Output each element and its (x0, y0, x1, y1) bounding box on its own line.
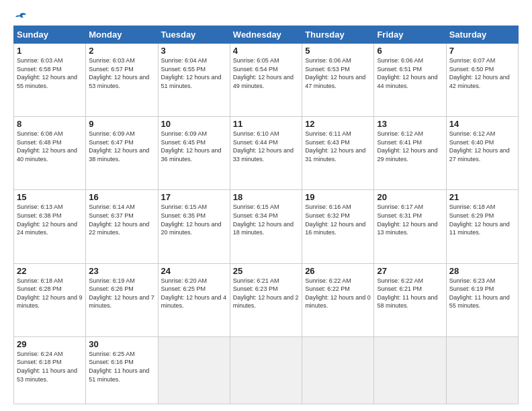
day-number: 13 (377, 119, 443, 129)
day-number: 18 (233, 192, 299, 202)
day-number: 26 (305, 266, 371, 276)
day-number: 15 (17, 192, 83, 202)
table-row: 21 Sunrise: 6:18 AMSunset: 6:29 PMDaylig… (446, 190, 518, 263)
col-friday: Friday (374, 26, 446, 44)
table-row: 27 Sunrise: 6:22 AMSunset: 6:21 PMDaylig… (374, 263, 446, 336)
col-tuesday: Tuesday (158, 26, 230, 44)
day-info: Sunrise: 6:15 AMSunset: 6:34 PMDaylight:… (233, 203, 294, 236)
day-info: Sunrise: 6:14 AMSunset: 6:37 PMDaylight:… (89, 203, 149, 236)
table-row: 12 Sunrise: 6:11 AMSunset: 6:43 PMDaylig… (302, 117, 374, 190)
day-info: Sunrise: 6:16 AMSunset: 6:32 PMDaylight:… (305, 203, 365, 236)
day-number: 5 (305, 46, 371, 56)
day-number: 28 (449, 266, 515, 276)
table-row: 11 Sunrise: 6:10 AMSunset: 6:44 PMDaylig… (230, 117, 302, 190)
table-row: 28 Sunrise: 6:23 AMSunset: 6:19 PMDaylig… (446, 263, 518, 336)
day-info: Sunrise: 6:23 AMSunset: 6:19 PMDaylight:… (449, 277, 510, 310)
col-thursday: Thursday (302, 26, 374, 44)
day-info: Sunrise: 6:07 AMSunset: 6:50 PMDaylight:… (449, 57, 510, 89)
day-number: 1 (17, 46, 83, 56)
table-row: 17 Sunrise: 6:15 AMSunset: 6:35 PMDaylig… (158, 190, 230, 263)
col-saturday: Saturday (446, 26, 518, 44)
day-info: Sunrise: 6:24 AMSunset: 6:18 PMDaylight:… (17, 351, 77, 383)
day-info: Sunrise: 6:18 AMSunset: 6:28 PMDaylight:… (17, 277, 83, 310)
day-info: Sunrise: 6:25 AMSunset: 6:16 PMDaylight:… (89, 351, 149, 383)
day-info: Sunrise: 6:15 AMSunset: 6:35 PMDaylight:… (161, 203, 222, 236)
day-info: Sunrise: 6:08 AMSunset: 6:48 PMDaylight:… (17, 130, 77, 163)
table-row: 4 Sunrise: 6:05 AMSunset: 6:54 PMDayligh… (230, 44, 302, 117)
logo (13, 12, 28, 21)
table-row: 7 Sunrise: 6:07 AMSunset: 6:50 PMDayligh… (446, 44, 518, 117)
table-row: 16 Sunrise: 6:14 AMSunset: 6:37 PMDaylig… (86, 190, 158, 263)
day-info: Sunrise: 6:12 AMSunset: 6:40 PMDaylight:… (449, 130, 510, 163)
day-number: 16 (89, 192, 154, 202)
day-info: Sunrise: 6:13 AMSunset: 6:38 PMDaylight:… (17, 203, 77, 236)
table-row: 23 Sunrise: 6:19 AMSunset: 6:26 PMDaylig… (86, 263, 158, 336)
day-number: 12 (305, 119, 371, 129)
table-row: 6 Sunrise: 6:06 AMSunset: 6:51 PMDayligh… (374, 44, 446, 117)
calendar-table: Sunday Monday Tuesday Wednesday Thursday… (13, 26, 519, 404)
col-wednesday: Wednesday (230, 26, 302, 44)
table-row (230, 336, 302, 404)
day-info: Sunrise: 6:22 AMSunset: 6:22 PMDaylight:… (305, 277, 371, 310)
day-info: Sunrise: 6:11 AMSunset: 6:43 PMDaylight:… (305, 130, 365, 163)
table-row: 22 Sunrise: 6:18 AMSunset: 6:28 PMDaylig… (14, 263, 86, 336)
table-row: 24 Sunrise: 6:20 AMSunset: 6:25 PMDaylig… (158, 263, 230, 336)
day-number: 22 (17, 266, 83, 276)
day-info: Sunrise: 6:17 AMSunset: 6:31 PMDaylight:… (377, 203, 437, 236)
logo-bird-icon (14, 12, 28, 23)
day-number: 6 (377, 46, 443, 56)
day-number: 20 (377, 192, 443, 202)
table-row: 18 Sunrise: 6:15 AMSunset: 6:34 PMDaylig… (230, 190, 302, 263)
day-info: Sunrise: 6:06 AMSunset: 6:53 PMDaylight:… (305, 57, 365, 89)
table-row (158, 336, 230, 404)
day-number: 4 (233, 46, 299, 56)
day-number: 10 (161, 119, 227, 129)
col-sunday: Sunday (14, 26, 86, 44)
day-number: 27 (377, 266, 443, 276)
day-number: 30 (89, 339, 154, 349)
day-info: Sunrise: 6:19 AMSunset: 6:26 PMDaylight:… (89, 277, 154, 310)
day-info: Sunrise: 6:03 AMSunset: 6:58 PMDaylight:… (17, 57, 77, 89)
day-info: Sunrise: 6:18 AMSunset: 6:29 PMDaylight:… (449, 203, 510, 236)
day-number: 7 (449, 46, 515, 56)
day-number: 14 (449, 119, 515, 129)
day-number: 19 (305, 192, 371, 202)
calendar-page: Sunday Monday Tuesday Wednesday Thursday… (0, 0, 532, 411)
day-info: Sunrise: 6:10 AMSunset: 6:44 PMDaylight:… (233, 130, 294, 163)
day-number: 3 (161, 46, 227, 56)
table-row: 10 Sunrise: 6:09 AMSunset: 6:45 PMDaylig… (158, 117, 230, 190)
day-info: Sunrise: 6:22 AMSunset: 6:21 PMDaylight:… (377, 277, 437, 310)
table-row: 5 Sunrise: 6:06 AMSunset: 6:53 PMDayligh… (302, 44, 374, 117)
day-info: Sunrise: 6:05 AMSunset: 6:54 PMDaylight:… (233, 57, 294, 89)
table-row: 20 Sunrise: 6:17 AMSunset: 6:31 PMDaylig… (374, 190, 446, 263)
table-row: 25 Sunrise: 6:21 AMSunset: 6:23 PMDaylig… (230, 263, 302, 336)
col-monday: Monday (86, 26, 158, 44)
day-number: 9 (89, 119, 154, 129)
day-number: 21 (449, 192, 515, 202)
calendar-week-row: 8 Sunrise: 6:08 AMSunset: 6:48 PMDayligh… (14, 117, 519, 190)
day-info: Sunrise: 6:06 AMSunset: 6:51 PMDaylight:… (377, 57, 437, 89)
day-info: Sunrise: 6:20 AMSunset: 6:25 PMDaylight:… (161, 277, 227, 310)
calendar-week-row: 29 Sunrise: 6:24 AMSunset: 6:18 PMDaylig… (14, 336, 519, 404)
day-number: 24 (161, 266, 227, 276)
day-info: Sunrise: 6:04 AMSunset: 6:55 PMDaylight:… (161, 57, 222, 89)
day-info: Sunrise: 6:09 AMSunset: 6:45 PMDaylight:… (161, 130, 222, 163)
table-row: 30 Sunrise: 6:25 AMSunset: 6:16 PMDaylig… (86, 336, 158, 404)
day-info: Sunrise: 6:12 AMSunset: 6:41 PMDaylight:… (377, 130, 437, 163)
day-info: Sunrise: 6:21 AMSunset: 6:23 PMDaylight:… (233, 277, 299, 310)
table-row: 26 Sunrise: 6:22 AMSunset: 6:22 PMDaylig… (302, 263, 374, 336)
table-row: 19 Sunrise: 6:16 AMSunset: 6:32 PMDaylig… (302, 190, 374, 263)
table-row: 14 Sunrise: 6:12 AMSunset: 6:40 PMDaylig… (446, 117, 518, 190)
table-row: 2 Sunrise: 6:03 AMSunset: 6:57 PMDayligh… (86, 44, 158, 117)
calendar-header-row: Sunday Monday Tuesday Wednesday Thursday… (14, 26, 519, 44)
table-row (374, 336, 446, 404)
calendar-week-row: 1 Sunrise: 6:03 AMSunset: 6:58 PMDayligh… (14, 44, 519, 117)
day-number: 8 (17, 119, 83, 129)
table-row: 8 Sunrise: 6:08 AMSunset: 6:48 PMDayligh… (14, 117, 86, 190)
day-number: 23 (89, 266, 154, 276)
table-row: 15 Sunrise: 6:13 AMSunset: 6:38 PMDaylig… (14, 190, 86, 263)
table-row: 1 Sunrise: 6:03 AMSunset: 6:58 PMDayligh… (14, 44, 86, 117)
day-number: 25 (233, 266, 299, 276)
table-row: 13 Sunrise: 6:12 AMSunset: 6:41 PMDaylig… (374, 117, 446, 190)
day-info: Sunrise: 6:09 AMSunset: 6:47 PMDaylight:… (89, 130, 149, 163)
